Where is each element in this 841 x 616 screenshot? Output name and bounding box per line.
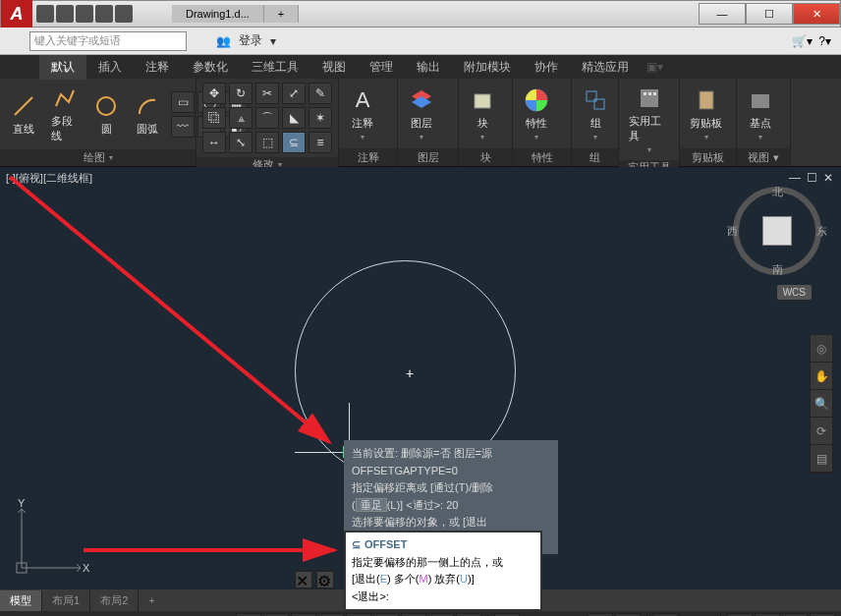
utilities-button[interactable]: 实用工具▾ (625, 83, 673, 156)
tab-parametric[interactable]: 参数化 (181, 55, 240, 80)
layout-tab-2[interactable]: 布局2 (90, 590, 139, 611)
login-link[interactable]: 登录 (239, 32, 262, 49)
viewcube[interactable]: 北 南 东 西 (733, 187, 821, 275)
center-marker: + (406, 365, 414, 381)
command-line-handle[interactable]: ✕ ⚙ (295, 570, 334, 589)
spline-button[interactable]: 〰 (171, 116, 195, 138)
tab-collab[interactable]: 协作 (523, 55, 570, 80)
trim-button[interactable]: ✂ (255, 83, 279, 104)
login-dropdown[interactable]: ▾ (270, 32, 276, 49)
showmotion-icon[interactable]: ▤ (811, 445, 832, 473)
tab-manage[interactable]: 管理 (358, 55, 405, 80)
erase-button[interactable]: ✎ (308, 83, 332, 104)
viewport-minimize[interactable]: — (789, 171, 801, 185)
app-logo[interactable]: A (1, 0, 32, 28)
tab-3dtools[interactable]: 三维工具 (240, 55, 310, 80)
pan-icon[interactable]: ✋ (811, 363, 832, 390)
layout-tab-1[interactable]: 布局1 (42, 590, 90, 611)
stretch-button[interactable]: ↔ (202, 132, 226, 153)
layout-tab-add[interactable]: + (139, 591, 164, 609)
svg-text:X: X (83, 562, 90, 574)
qat-redo[interactable] (115, 5, 133, 23)
tab-annotate[interactable]: 注释 (134, 55, 181, 80)
annotation-arrow (0, 167, 354, 481)
help-icon[interactable]: ?▾ (818, 34, 831, 48)
svg-line-12 (10, 177, 329, 442)
align-button[interactable]: ≡ (308, 132, 332, 153)
exchange-icon[interactable]: 🛒▾ (792, 34, 813, 48)
rect-button[interactable]: ▭ (171, 91, 195, 113)
svg-rect-6 (641, 89, 658, 107)
baseview-button[interactable]: 基点▾ (743, 84, 778, 143)
svg-rect-11 (752, 94, 769, 108)
navigation-bar: ◎ ✋ 🔍 ⟳ ▤ (810, 334, 833, 474)
search-input[interactable]: 键入关键字或短语 (29, 31, 187, 51)
panel-title-annotate: 注释 (339, 148, 397, 166)
explode-button[interactable]: ✶ (308, 107, 332, 129)
command-prompt-tooltip: ⊆OFFSET 指定要偏移的那一侧上的点，或 [退出(E) 多个(M) 放弃(U… (344, 531, 542, 611)
offset-icon: ⊆ (352, 536, 361, 554)
svg-rect-7 (644, 92, 646, 95)
tab-insert[interactable]: 插入 (86, 55, 134, 80)
document-tab[interactable]: Drawing1.d... (172, 5, 264, 23)
panel-title-view[interactable]: 视图 ▾ (737, 148, 790, 166)
people-icon[interactable]: 👥 (216, 32, 231, 49)
qat-undo[interactable] (95, 5, 113, 23)
window-maximize[interactable]: ☐ (746, 3, 793, 25)
qat-open[interactable] (56, 5, 74, 23)
chamfer-button[interactable]: ◣ (282, 107, 306, 129)
clipboard-button[interactable]: 剪贴板▾ (686, 84, 726, 143)
polyline-button[interactable]: 多段线 (47, 83, 83, 145)
status-bar: 模 ▦ ⊞ ∟ ◐ □ ∠ ≡ ▤ ⌂ 1:1 / 100% ⚙ + ⊿ 小数 … (0, 611, 841, 616)
drawing-canvas[interactable]: [-][俯视][二维线框] — ☐ ✕ + 北 南 东 西 WCS ◎ ✋ 🔍 … (0, 167, 841, 589)
line-button[interactable]: 直线 (6, 90, 41, 139)
properties-button[interactable]: 特性▾ (519, 84, 554, 143)
zoom-icon[interactable]: 🔍 (811, 390, 832, 418)
mirror-button[interactable]: ⟁ (229, 107, 252, 129)
array-button[interactable]: ⬚ (255, 132, 279, 153)
fillet-button[interactable]: ⌒ (255, 107, 279, 129)
annotate-button[interactable]: A注释▾ (345, 84, 380, 143)
viewport-maximize[interactable]: ☐ (807, 171, 817, 185)
panel-title-draw[interactable]: 绘图▾ (0, 149, 196, 166)
layout-tab-model[interactable]: 模型 (0, 590, 42, 611)
panel-title-clip: 剪贴板 (680, 148, 736, 166)
tab-featured[interactable]: 精选应用 (570, 55, 641, 80)
orbit-icon[interactable]: ⟳ (811, 418, 832, 445)
tab-output[interactable]: 输出 (405, 55, 452, 80)
panel-title-layers: 图层 (398, 148, 458, 166)
svg-point-1 (97, 97, 115, 115)
new-tab-plus[interactable]: + (264, 5, 299, 23)
view-label[interactable]: [-][俯视][二维线框] (6, 171, 92, 186)
svg-line-0 (15, 97, 32, 115)
cmdline-close-icon[interactable]: ✕ (295, 571, 312, 588)
tab-addins[interactable]: 附加模块 (452, 55, 523, 80)
layers-button[interactable]: 图层▾ (404, 84, 439, 143)
block-button[interactable]: 块▾ (465, 84, 500, 143)
rotate-button[interactable]: ↻ (229, 83, 252, 104)
tab-default[interactable]: 默认 (39, 55, 86, 80)
group-button[interactable]: 组▾ (578, 84, 613, 143)
window-close[interactable]: ✕ (793, 3, 840, 25)
qat-save[interactable] (76, 5, 93, 23)
cmdline-settings-icon[interactable]: ⚙ (316, 571, 334, 588)
window-minimize[interactable]: — (699, 3, 746, 25)
scale-button[interactable]: ⤡ (229, 132, 252, 153)
copy-button[interactable]: ⿻ (202, 107, 226, 129)
fullnav-wheel-icon[interactable]: ◎ (811, 335, 832, 363)
arc-button[interactable]: 圆弧 (130, 90, 165, 139)
offset-button[interactable]: ⊆ (282, 132, 306, 153)
wcs-badge[interactable]: WCS (777, 285, 812, 300)
svg-rect-10 (700, 91, 713, 109)
ucs-icon[interactable]: X Y (12, 499, 90, 578)
move-button[interactable]: ✥ (202, 83, 226, 104)
tab-view[interactable]: 视图 (310, 55, 358, 80)
panel-title-block: 块 (459, 148, 512, 166)
extend-button[interactable]: ⤢ (282, 83, 306, 104)
circle-button[interactable]: 圆 (88, 90, 124, 139)
panel-title-group: 组 (572, 148, 618, 166)
viewport-close[interactable]: ✕ (823, 171, 833, 185)
ribbon-play-icon[interactable]: ▣▾ (641, 60, 669, 74)
qat-new[interactable] (36, 5, 54, 23)
svg-rect-9 (653, 92, 656, 95)
